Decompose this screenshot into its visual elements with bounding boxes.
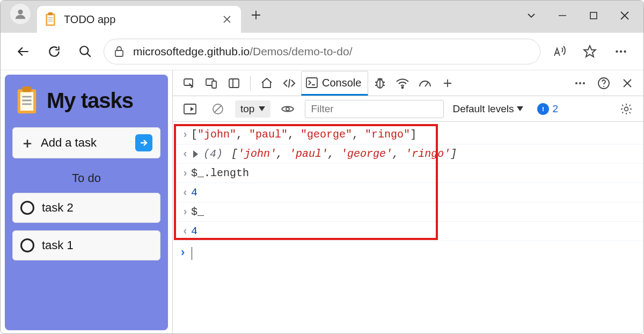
sidebar-toggle-button[interactable] — [179, 98, 201, 120]
browser-titlebar: TODO app — [1, 1, 643, 33]
svg-marker-60 — [517, 106, 523, 111]
svg-point-52 — [603, 86, 604, 87]
more-horizontal-icon — [614, 45, 628, 59]
arrow-left-icon — [16, 45, 30, 59]
log-levels-selector[interactable]: Default levels — [452, 103, 523, 115]
window-close-button[interactable] — [609, 4, 640, 27]
checkbox-icon[interactable] — [20, 201, 34, 215]
svg-rect-63 — [543, 110, 544, 111]
checkbox-icon[interactable] — [20, 238, 34, 252]
console-line-input: $_.length — [173, 164, 643, 183]
filter-input[interactable] — [305, 100, 444, 118]
console-text: ["john", "paul", "george", "ringo"] — [191, 126, 416, 144]
code-icon — [282, 77, 296, 90]
console-text: $_.length — [191, 164, 249, 183]
clear-console-button[interactable] — [207, 98, 229, 120]
inspect-icon — [182, 77, 195, 90]
svg-line-57 — [215, 106, 221, 112]
activity-bar-button[interactable] — [223, 72, 245, 94]
refresh-button[interactable] — [41, 39, 67, 64]
more-tabs-button[interactable] — [437, 72, 458, 94]
device-toggle-button[interactable] — [201, 72, 222, 94]
task-item[interactable]: task 1 — [12, 230, 160, 260]
svg-rect-62 — [543, 107, 544, 110]
address-bar[interactable]: microsoftedge.github.io/Demos/demo-to-do… — [104, 39, 540, 64]
browser-tab-active[interactable]: TODO app — [37, 6, 241, 33]
window-minimize-button[interactable] — [547, 4, 578, 27]
input-chevron-icon — [179, 164, 191, 183]
favorite-button[interactable] — [577, 39, 603, 64]
bug-icon — [374, 77, 386, 90]
star-icon — [583, 45, 597, 59]
tab-close-button[interactable] — [221, 13, 233, 26]
wifi-icon — [396, 77, 409, 90]
text-caret — [192, 247, 192, 260]
close-icon — [622, 78, 633, 89]
tab-elements[interactable] — [279, 72, 300, 94]
svg-point-21 — [620, 50, 622, 52]
context-label: top — [240, 103, 254, 115]
tab-console[interactable]: Console — [301, 71, 368, 96]
add-task-input[interactable]: ＋ Add a task — [12, 127, 160, 158]
profile-button[interactable] — [10, 4, 31, 24]
person-icon — [14, 8, 26, 20]
help-icon — [597, 77, 610, 90]
devtools-panel: Console top Default levels — [172, 70, 643, 334]
new-tab-button[interactable] — [244, 3, 268, 27]
inspect-element-button[interactable] — [178, 72, 200, 94]
devtools-more-button[interactable] — [569, 72, 591, 94]
expand-toggle[interactable] — [193, 150, 198, 158]
gauge-icon — [418, 77, 432, 90]
tab-sources[interactable] — [369, 72, 391, 94]
svg-marker-19 — [584, 46, 596, 57]
log-levels-label: Default levels — [452, 103, 514, 115]
console-line-output: 4 — [173, 222, 643, 241]
console-text: $_ — [191, 203, 204, 221]
live-expression-button[interactable] — [277, 98, 298, 120]
eye-icon — [281, 104, 294, 114]
svg-point-59 — [286, 107, 289, 111]
window-maximize-button[interactable] — [578, 4, 609, 27]
svg-rect-12 — [590, 12, 597, 19]
console-text: 4 — [191, 222, 197, 241]
svg-line-45 — [425, 82, 428, 86]
search-button[interactable] — [72, 39, 98, 64]
issues-button[interactable]: 2 — [537, 103, 558, 115]
svg-point-16 — [80, 46, 88, 54]
plus-icon — [251, 10, 261, 20]
tab-actions-button[interactable] — [516, 4, 547, 27]
devtools-close-button[interactable] — [617, 72, 638, 94]
clear-icon — [212, 103, 224, 115]
add-task-submit[interactable] — [135, 134, 152, 151]
add-task-placeholder: Add a task — [41, 136, 97, 150]
context-selector[interactable]: top — [235, 100, 270, 118]
array-length: (4) — [203, 145, 223, 163]
console-output[interactable]: ["john", "paul", "george", "ringo"] (4) … — [173, 122, 643, 334]
task-label: task 2 — [42, 201, 74, 215]
read-aloud-icon — [551, 45, 566, 59]
console-line-output: (4) ['john', 'paul', 'george', 'ringo'] — [173, 144, 643, 164]
console-prompt[interactable]: › — [173, 241, 643, 266]
input-chevron-icon — [179, 203, 191, 221]
tab-network[interactable] — [392, 72, 413, 94]
task-item[interactable]: task 2 — [12, 193, 160, 223]
task-label: task 1 — [42, 238, 74, 252]
tab-welcome[interactable] — [256, 72, 277, 94]
page-title: My tasks — [47, 89, 133, 113]
tab-performance[interactable] — [414, 72, 436, 94]
more-button[interactable] — [608, 39, 634, 64]
back-button[interactable] — [10, 39, 36, 64]
devtools-help-button[interactable] — [593, 72, 614, 94]
svg-rect-55 — [184, 104, 196, 114]
devices-icon — [205, 77, 218, 90]
read-aloud-button[interactable] — [546, 39, 572, 64]
console-icon — [306, 77, 318, 88]
issues-count: 2 — [552, 103, 558, 115]
url-text: microsoftedge.github.io/Demos/demo-to-do… — [133, 45, 353, 58]
tab-console-label: Console — [322, 77, 361, 89]
console-settings-button[interactable] — [616, 98, 637, 120]
minimize-icon — [558, 11, 567, 20]
svg-marker-58 — [259, 106, 265, 111]
console-toolbar: top Default levels 2 — [173, 96, 643, 122]
content-area: My tasks ＋ Add a task To do task 2 task … — [1, 70, 643, 334]
